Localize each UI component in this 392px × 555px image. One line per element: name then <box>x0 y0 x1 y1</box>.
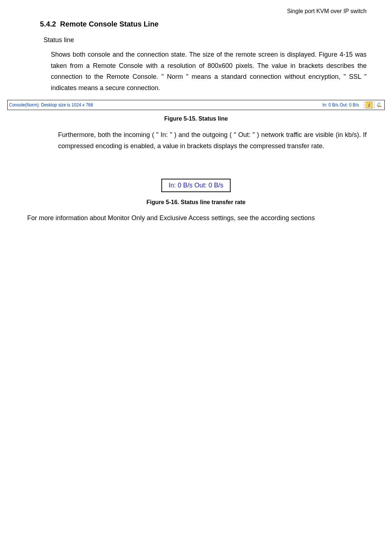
traffic-text: In: 0 B/s Out: 0 B/s <box>322 102 359 108</box>
status-bar-icons: i <box>363 101 383 109</box>
section-heading: 5.4.2 Remote Console Status Line <box>40 20 159 28</box>
access-mode-icon <box>376 101 383 109</box>
figure-caption-1: Figure 5-15. Status line <box>0 116 392 122</box>
body-paragraph-1: Shows both console and the connection st… <box>51 49 367 93</box>
page-header: Single port KVM over IP switch <box>287 8 367 15</box>
status-bar-figure: Console(Norm): Desktop size is 1024 x 76… <box>7 100 385 110</box>
body-paragraph-2: Furthermore, both the incoming ( " In: "… <box>58 129 367 151</box>
svg-rect-0 <box>378 106 382 107</box>
console-status-text: Console(Norm): Desktop size is 1024 x 76… <box>9 102 93 108</box>
info-icon: i <box>366 101 373 109</box>
figure-caption-2: Figure 5-16. Status line transfer rate <box>0 199 392 206</box>
status-line-subheading: Status line <box>44 36 74 44</box>
section-number: 5.4.2 <box>40 20 56 28</box>
status-bar-right-group: In: 0 B/s Out: 0 B/s i <box>322 101 383 109</box>
transfer-rate-figure: In: 0 B/s Out: 0 B/s <box>161 179 230 192</box>
body-paragraph-3: For more information about Monitor Only … <box>27 214 367 222</box>
grip-dots-icon <box>363 101 365 109</box>
section-title: Remote Console Status Line <box>60 20 159 28</box>
grip-dots-icon <box>373 101 375 109</box>
